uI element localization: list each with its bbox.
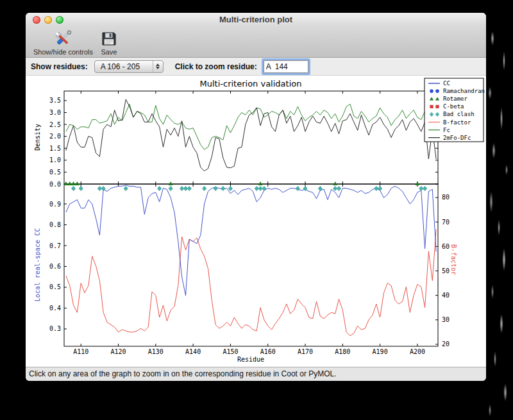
svg-text:Ramachandran: Ramachandran [443, 88, 485, 94]
desktop-background [485, 0, 513, 420]
status-text: Click on any area of the graph to zoom i… [29, 369, 337, 378]
window-title: Multi-criterion plot [26, 13, 486, 27]
window-titlebar: Multi-criterion plot [26, 13, 486, 28]
svg-text:Fc: Fc [443, 127, 450, 133]
svg-text:1.5: 1.5 [49, 145, 61, 152]
svg-text:0.9: 0.9 [49, 201, 61, 208]
chart-svg: A110A120A130A140A150A160A170A180A190A200… [26, 76, 486, 367]
crossed-tools-icon [53, 29, 72, 48]
svg-text:60: 60 [442, 243, 450, 250]
svg-text:0.0: 0.0 [49, 181, 61, 188]
save-label: Save [101, 48, 117, 56]
svg-text:0.6: 0.6 [49, 263, 61, 270]
cc-line [66, 185, 436, 296]
cc-bfactor-plot-frame [64, 184, 438, 346]
controls-bar: Show residues: A 106 - 205 Click to zoom… [26, 58, 486, 76]
svg-text:A170: A170 [298, 348, 313, 355]
multi-criterion-plot-window: Multi-criterion plot [26, 13, 486, 381]
svg-text:3.5: 3.5 [49, 97, 61, 104]
bfactor-y-ticks: 20304050607080 [435, 194, 450, 348]
svg-text:A120: A120 [110, 348, 126, 355]
toolbar: Show/hide controls Save [26, 27, 486, 58]
svg-text:0.5: 0.5 [49, 169, 61, 176]
up-down-arrows-icon [153, 61, 163, 72]
save-button[interactable]: Save [97, 28, 121, 57]
svg-text:A140: A140 [185, 348, 201, 355]
show-residues-label: Show residues: [31, 62, 88, 71]
svg-text:Bad clash: Bad clash [443, 111, 475, 117]
svg-text:A130: A130 [148, 348, 164, 355]
close-button[interactable] [33, 16, 40, 24]
bfactor-axis-label: B-factor [450, 244, 457, 275]
svg-text:Rotamer: Rotamer [443, 96, 468, 102]
residue-axis-label: Residue [237, 356, 264, 363]
svg-text:A180: A180 [335, 348, 350, 355]
b-factor-line [66, 230, 436, 336]
svg-text:CC: CC [443, 80, 450, 87]
svg-text:0.8: 0.8 [49, 221, 61, 228]
svg-text:40: 40 [442, 292, 450, 299]
svg-text:C-beta: C-beta [443, 103, 464, 110]
svg-text:70: 70 [442, 219, 450, 226]
svg-text:50: 50 [442, 267, 450, 274]
svg-text:2mFo-DFc: 2mFo-DFc [443, 135, 471, 141]
legend: CCRamachandranRotamerC-betaBad clashB-fa… [425, 78, 485, 142]
svg-text:A200: A200 [410, 348, 425, 355]
save-icon [101, 29, 117, 48]
svg-text:0.5: 0.5 [49, 283, 61, 290]
svg-text:1.0: 1.0 [49, 156, 61, 164]
show-residues-select[interactable]: A 106 - 205 [94, 60, 164, 73]
svg-text:A150: A150 [223, 348, 238, 355]
svg-text:A160: A160 [260, 348, 276, 355]
svg-text:0.4: 0.4 [49, 305, 61, 312]
svg-text:2.0: 2.0 [49, 133, 61, 140]
svg-text:0.7: 0.7 [49, 242, 61, 249]
svg-text:A110: A110 [73, 348, 88, 355]
plot-canvas[interactable]: A110A120A130A140A150A160A170A180A190A200… [26, 76, 486, 367]
show-residues-value: A 106 - 205 [95, 62, 153, 71]
svg-text:B-factor: B-factor [443, 119, 471, 126]
svg-text:0.3: 0.3 [49, 325, 61, 332]
show-hide-controls-button[interactable]: Show/hide controls [29, 28, 97, 57]
zoom-residue-label: Click to zoom residue: [175, 62, 257, 71]
svg-text:3.0: 3.0 [49, 109, 61, 116]
svg-text:80: 80 [442, 194, 450, 201]
show-hide-controls-label: Show/hide controls [33, 48, 93, 56]
density-axis-label: Density [34, 124, 41, 151]
svg-text:A190: A190 [373, 348, 388, 355]
minimize-button[interactable] [44, 16, 52, 24]
svg-text:20: 20 [442, 340, 450, 348]
svg-text:30: 30 [442, 316, 450, 323]
density-plot-frame [64, 91, 438, 184]
status-bar: Click on any area of the graph to zoom i… [26, 367, 486, 381]
zoom-window-button[interactable] [56, 16, 63, 24]
zoom-residue-input[interactable] [264, 60, 308, 73]
chart-title: Multi-criterion validation [200, 79, 302, 88]
cc-axis-label: Local real-space CC [34, 228, 41, 301]
svg-text:2.5: 2.5 [49, 121, 61, 128]
